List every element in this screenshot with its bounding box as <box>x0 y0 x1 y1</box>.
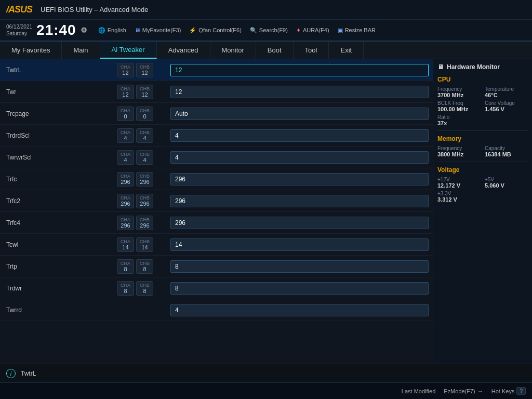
cpu-freq-value: 3700 MHz <box>437 92 481 98</box>
channel-b-box: CHB296 <box>136 172 153 187</box>
value-input[interactable] <box>170 173 429 185</box>
cpu-section-title: CPU <box>437 76 528 83</box>
value-input[interactable] <box>170 151 429 164</box>
row-label: Trcpage <box>0 108 104 119</box>
channel-a-box: CHA296 <box>117 216 134 230</box>
qfan-link[interactable]: ⚡ Qfan Control(F6) <box>189 27 242 34</box>
table-row[interactable]: TrdwrCHA8CHB8 <box>0 277 433 299</box>
search-label: Search(F9) <box>259 27 288 33</box>
table-row[interactable]: Twrrd <box>0 299 433 321</box>
aura-icon: ✦ <box>296 27 301 34</box>
v33-label: +3.3V <box>437 191 481 196</box>
ratio-label: Ratio <box>437 114 481 120</box>
resizebar-link[interactable]: ▣ Resize BAR <box>338 27 376 34</box>
channel-a-box: CHA0 <box>117 107 134 121</box>
row-label: Trdwr <box>0 283 104 294</box>
value-input[interactable] <box>170 195 429 207</box>
value-input[interactable] <box>170 282 429 295</box>
table-row[interactable]: TrtpCHA8CHB8 <box>0 256 433 277</box>
table-row[interactable]: TcwlCHA14CHB14 <box>0 234 433 256</box>
cvolt-value: 1.456 V <box>485 106 528 112</box>
table-row[interactable]: TrcpageCHA0CHB0 <box>0 103 433 125</box>
value-input[interactable] <box>170 108 429 120</box>
table-row[interactable]: TrfcCHA296CHB296 <box>0 168 433 190</box>
last-modified-btn[interactable]: Last Modified <box>402 388 435 394</box>
nav-tab-main[interactable]: Main <box>62 42 100 59</box>
row-channels: CHA0CHB0 <box>104 107 166 121</box>
nav-tab-my-favorites[interactable]: My Favorites <box>0 42 62 59</box>
content-area: TwtrLCHA12CHB12TwrCHA12CHB12TrcpageCHA0C… <box>0 59 532 364</box>
ezmode-label: EzMode(F7) <box>444 388 475 394</box>
row-label: TwtrL <box>0 64 104 76</box>
memory-section-title: Memory <box>437 135 528 142</box>
row-value <box>166 217 433 229</box>
channel-b-box: CHB4 <box>136 128 153 143</box>
aura-link[interactable]: ✦ AURA(F4) <box>296 27 329 34</box>
resize-icon: ▣ <box>338 27 343 34</box>
left-panel[interactable]: TwtrLCHA12CHB12TwrCHA12CHB12TrcpageCHA0C… <box>0 59 433 364</box>
monitor-icon: 🖥 <box>135 27 140 33</box>
row-channels: CHA12CHB12 <box>104 63 166 77</box>
status-text: TwtrL <box>21 370 36 377</box>
right-panel: 🖥 Hardware Monitor CPU Frequency 3700 MH… <box>433 59 532 364</box>
nav-tab-advanced[interactable]: Advanced <box>157 42 210 59</box>
v12-value: 12.172 V <box>437 182 481 189</box>
channel-b-box: CHB12 <box>136 85 153 99</box>
value-input[interactable] <box>170 86 429 98</box>
value-input[interactable] <box>170 129 429 142</box>
channel-a-box: CHA8 <box>117 281 134 296</box>
row-label: Trfc4 <box>0 217 104 229</box>
row-value <box>166 173 433 185</box>
header-bar: /ASUS UEFI BIOS Utility – Advanced Mode <box>0 0 532 20</box>
channel-b-box: CHB4 <box>136 150 153 165</box>
search-link[interactable]: 🔍 Search(F9) <box>250 27 288 34</box>
table-row[interactable]: Trfc4CHA296CHB296 <box>0 212 433 234</box>
settings-icon[interactable]: ⚙ <box>81 26 88 34</box>
hw-monitor-title: 🖥 Hardware Monitor <box>437 63 528 71</box>
language-link[interactable]: 🌐 English <box>98 27 126 34</box>
row-channels: CHA4CHB4 <box>104 150 166 165</box>
row-value <box>166 304 433 316</box>
hotkeys-btn[interactable]: Hot Keys ? <box>491 387 526 395</box>
table-row[interactable]: TwtrLCHA12CHB12 <box>0 59 433 81</box>
nav-tab-monitor[interactable]: Monitor <box>210 42 256 59</box>
timebar-links: 🌐 English 🖥 MyFavorite(F3) ⚡ Qfan Contro… <box>98 27 376 34</box>
table-row[interactable]: Trfc2CHA296CHB296 <box>0 190 433 212</box>
v12-label: +12V <box>437 177 481 182</box>
last-modified-label: Last Modified <box>402 388 435 394</box>
value-input[interactable] <box>170 260 429 273</box>
value-input[interactable] <box>170 304 429 316</box>
cpu-temp-value: 46°C <box>485 92 528 98</box>
table-row[interactable]: TwrwrSclCHA4CHB4 <box>0 147 433 168</box>
nav-tab-tool[interactable]: Tool <box>294 42 329 59</box>
fan-icon: ⚡ <box>189 27 196 34</box>
mem-freq-value: 3800 MHz <box>437 151 481 157</box>
time-value: 21:40 <box>36 22 76 38</box>
myfavorite-link[interactable]: 🖥 MyFavorite(F3) <box>135 27 181 33</box>
day-text: Saturday <box>6 31 27 36</box>
value-input[interactable] <box>170 238 429 251</box>
time-display: 21:40 ⚙ <box>36 22 88 38</box>
row-value <box>166 129 433 142</box>
ezmode-btn[interactable]: EzMode(F7) → <box>444 388 483 394</box>
channel-b-box: CHB296 <box>136 194 153 208</box>
channel-b-box: CHB12 <box>136 63 153 77</box>
table-row[interactable]: TwrCHA12CHB12 <box>0 81 433 103</box>
nav-tab-exit[interactable]: Exit <box>329 42 364 59</box>
row-value <box>166 195 433 207</box>
channel-b-box: CHB0 <box>136 107 153 121</box>
ezmode-arrow-icon: → <box>477 388 483 394</box>
row-label: Trfc2 <box>0 195 104 207</box>
divider-2 <box>437 162 528 162</box>
nav-tab-ai-tweaker[interactable]: Ai Tweaker <box>100 42 157 59</box>
row-value <box>166 260 433 273</box>
row-channels: CHA8CHB8 <box>104 259 166 274</box>
value-input[interactable] <box>170 64 429 76</box>
value-input[interactable] <box>170 217 429 229</box>
table-row[interactable]: TrdrdSclCHA4CHB4 <box>0 125 433 147</box>
voltage-section-title: Voltage <box>437 166 528 174</box>
channel-a-box: CHA296 <box>117 194 134 208</box>
mem-freq-label: Frequency <box>437 145 481 151</box>
row-value <box>166 64 433 76</box>
nav-tab-boot[interactable]: Boot <box>256 42 294 59</box>
